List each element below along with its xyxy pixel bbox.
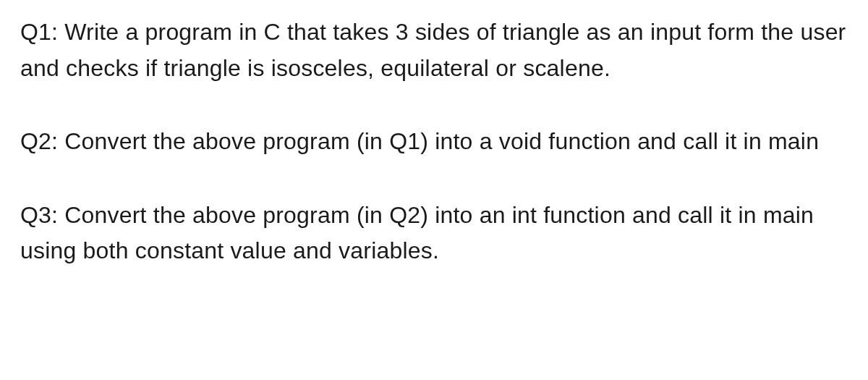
- question-1: Q1: Write a program in C that takes 3 si…: [20, 14, 848, 86]
- question-3: Q3: Convert the above program (in Q2) in…: [20, 198, 848, 269]
- question-2: Q2: Convert the above program (in Q1) in…: [20, 124, 848, 160]
